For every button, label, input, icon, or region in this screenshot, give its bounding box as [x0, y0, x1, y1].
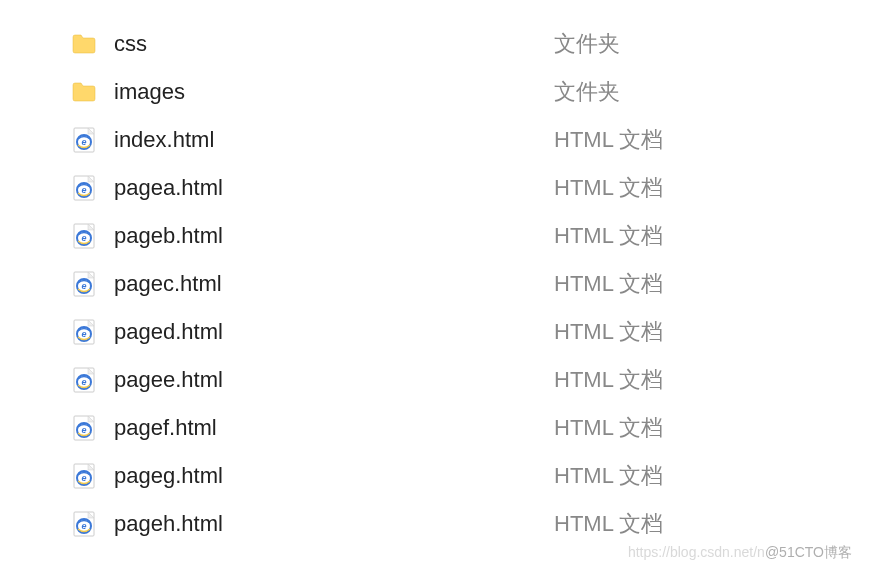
file-name: images	[114, 79, 554, 105]
file-name: pageg.html	[114, 463, 554, 489]
file-name: pagef.html	[114, 415, 554, 441]
file-name: pageh.html	[114, 511, 554, 537]
file-type: HTML 文档	[554, 125, 663, 155]
file-list: css 文件夹 images 文件夹 e index.html HTML 文档 …	[70, 20, 802, 548]
list-item[interactable]: e index.html HTML 文档	[70, 116, 802, 164]
svg-text:e: e	[81, 377, 86, 387]
folder-icon	[70, 78, 98, 106]
list-item[interactable]: e pageg.html HTML 文档	[70, 452, 802, 500]
svg-text:e: e	[81, 233, 86, 243]
html-file-icon: e	[70, 174, 98, 202]
svg-text:e: e	[81, 185, 86, 195]
html-file-icon: e	[70, 510, 98, 538]
watermark-dark: @51CTO博客	[765, 544, 852, 560]
svg-text:e: e	[81, 473, 86, 483]
file-type: HTML 文档	[554, 317, 663, 347]
list-item[interactable]: e pagef.html HTML 文档	[70, 404, 802, 452]
svg-text:e: e	[81, 281, 86, 291]
file-name: pagea.html	[114, 175, 554, 201]
file-type: HTML 文档	[554, 365, 663, 395]
file-type: HTML 文档	[554, 413, 663, 443]
html-file-icon: e	[70, 414, 98, 442]
svg-text:e: e	[81, 521, 86, 531]
html-file-icon: e	[70, 366, 98, 394]
svg-text:e: e	[81, 137, 86, 147]
html-file-icon: e	[70, 318, 98, 346]
file-name: index.html	[114, 127, 554, 153]
file-type: HTML 文档	[554, 173, 663, 203]
html-file-icon: e	[70, 222, 98, 250]
list-item[interactable]: e paged.html HTML 文档	[70, 308, 802, 356]
list-item[interactable]: e pagea.html HTML 文档	[70, 164, 802, 212]
file-type: 文件夹	[554, 29, 620, 59]
file-type: 文件夹	[554, 77, 620, 107]
file-name: pagee.html	[114, 367, 554, 393]
file-name: css	[114, 31, 554, 57]
folder-icon	[70, 30, 98, 58]
list-item[interactable]: css 文件夹	[70, 20, 802, 68]
html-file-icon: e	[70, 270, 98, 298]
svg-text:e: e	[81, 329, 86, 339]
file-type: HTML 文档	[554, 221, 663, 251]
list-item[interactable]: e pageb.html HTML 文档	[70, 212, 802, 260]
list-item[interactable]: e pagee.html HTML 文档	[70, 356, 802, 404]
svg-text:e: e	[81, 425, 86, 435]
list-item[interactable]: e pageh.html HTML 文档	[70, 500, 802, 548]
watermark-light: https://blog.csdn.net/n	[628, 544, 765, 560]
file-name: paged.html	[114, 319, 554, 345]
watermark: https://blog.csdn.net/n@51CTO博客	[628, 544, 852, 562]
file-type: HTML 文档	[554, 509, 663, 539]
file-name: pagec.html	[114, 271, 554, 297]
list-item[interactable]: images 文件夹	[70, 68, 802, 116]
list-item[interactable]: e pagec.html HTML 文档	[70, 260, 802, 308]
html-file-icon: e	[70, 462, 98, 490]
file-type: HTML 文档	[554, 461, 663, 491]
html-file-icon: e	[70, 126, 98, 154]
file-name: pageb.html	[114, 223, 554, 249]
file-type: HTML 文档	[554, 269, 663, 299]
